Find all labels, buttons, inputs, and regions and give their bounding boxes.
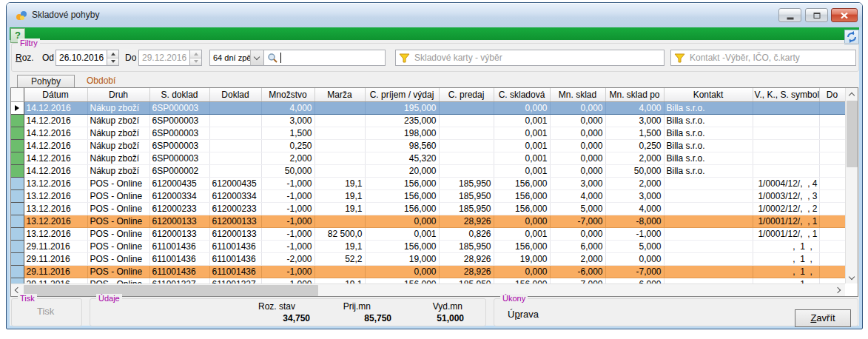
grid-cell[interactable]: Nákup zboží — [87, 152, 149, 164]
table-row[interactable]: 14.12.2016Nákup zboží6SP0000030,25098,56… — [11, 139, 845, 152]
grid-cell[interactable]: 0,001 — [494, 139, 550, 152]
column-header[interactable]: Do — [819, 88, 845, 101]
grid-cell[interactable]: 5,000 — [605, 240, 664, 252]
grid-cell[interactable]: 0,001 — [494, 227, 550, 240]
grid-cell[interactable]: 19,1 — [314, 189, 365, 202]
grid-cell[interactable] — [439, 139, 494, 152]
grid-cell[interactable] — [753, 127, 819, 139]
grid-cell[interactable] — [664, 240, 753, 252]
grid-cell[interactable]: 19,1 — [314, 278, 365, 283]
grid-cell[interactable]: -8,000 — [605, 215, 664, 227]
grid-cell[interactable]: 0,826 — [439, 227, 494, 240]
grid-cell[interactable]: 612000334 — [149, 189, 209, 202]
grid-cell[interactable] — [314, 215, 365, 227]
date-from-input[interactable]: 26.10.2016 — [55, 50, 107, 66]
grid-cell[interactable]: 19,1 — [314, 240, 365, 252]
grid-cell[interactable]: 45,320 — [365, 152, 439, 164]
grid-cell[interactable] — [314, 101, 365, 114]
row-selector[interactable] — [11, 152, 24, 164]
grid-cell[interactable]: -7,000 — [605, 265, 664, 278]
grid-cell[interactable] — [753, 101, 819, 114]
grid-cell[interactable]: 611001436 — [149, 265, 209, 278]
grid-cell[interactable]: 612000435 — [149, 177, 209, 189]
grid-cell[interactable]: 14.12.2016 — [24, 164, 87, 177]
grid-cell[interactable]: POS - Online — [87, 227, 149, 240]
search-input[interactable] — [263, 50, 386, 66]
grid-cell[interactable]: 3,000 — [261, 114, 314, 127]
grid-cell[interactable]: 28,926 — [439, 265, 494, 278]
grid-cell[interactable]: 0,000 — [494, 215, 550, 227]
tab-obdobi[interactable]: Období — [87, 75, 115, 86]
grid-cell[interactable]: -1,000 — [261, 215, 314, 227]
table-row[interactable]: 13.12.2016POS - Online612000233612000233… — [11, 202, 845, 215]
date-to-input[interactable]: 29.12.2016 — [138, 50, 190, 66]
grid-cell[interactable]: -1,000 — [261, 189, 314, 202]
grid-cell[interactable]: 19,1 — [314, 202, 365, 215]
column-header[interactable]: Dátum — [24, 88, 87, 101]
grid-cell[interactable]: 0,000 — [605, 252, 664, 265]
grid-cell[interactable] — [664, 177, 753, 189]
grid-cell[interactable]: 156,000 — [365, 177, 439, 189]
grid-cell[interactable]: 185,950 — [439, 177, 494, 189]
grid-cell[interactable]: 19,000 — [365, 252, 439, 265]
grid-cell[interactable] — [753, 114, 819, 127]
grid-cell[interactable]: 1/0002/12/, , 2 — [753, 202, 819, 215]
grid-cell[interactable] — [209, 152, 261, 164]
grid-cell[interactable]: 29.11.2016 — [24, 265, 87, 278]
grid-cell[interactable] — [314, 164, 365, 177]
minimize-button[interactable] — [778, 8, 801, 22]
grid-cell[interactable] — [819, 252, 845, 265]
table-row[interactable]: 14.12.2016Nákup zboží6SP0000032,00045,32… — [11, 152, 845, 164]
grid-cell[interactable]: , 1 , — [753, 278, 819, 283]
table-row[interactable]: 14.12.2016Nákup zboží6SP00000250,00020,0… — [11, 164, 845, 177]
grid-cell[interactable]: 156,000 — [494, 189, 550, 202]
grid-cell[interactable]: POS - Online — [87, 215, 149, 227]
table-row[interactable]: 14.12.2016Nákup zboží6SP0000034,000195,0… — [11, 101, 845, 114]
grid-cell[interactable] — [314, 127, 365, 139]
grid-cell[interactable]: Nákup zboží — [87, 114, 149, 127]
zavrit-button[interactable]: Zavřít — [795, 309, 851, 327]
grid-cell[interactable]: 6SP000003 — [149, 114, 209, 127]
column-header[interactable]: Druh — [87, 88, 149, 101]
grid-cell[interactable]: 82 500,0 — [314, 227, 365, 240]
grid-cell[interactable] — [439, 164, 494, 177]
grid-cell[interactable] — [819, 101, 845, 114]
grid-cell[interactable]: 1/0004/12/, , 4 — [753, 177, 819, 189]
grid-cell[interactable]: 0,001 — [365, 227, 439, 240]
table-row[interactable]: 13.12.2016POS - Online612000133612000133… — [11, 215, 845, 227]
grid-cell[interactable]: POS - Online — [87, 240, 149, 252]
grid-cell[interactable]: 3,000 — [605, 189, 664, 202]
grid-cell[interactable]: 0,000 — [550, 139, 605, 152]
grid-cell[interactable]: 4,000 — [605, 101, 664, 114]
grid-cell[interactable]: 0,001 — [494, 152, 550, 164]
grid-cell[interactable]: POS - Online — [87, 202, 149, 215]
grid-cell[interactable]: 6SP000002 — [149, 164, 209, 177]
grid-cell[interactable]: 50,000 — [261, 164, 314, 177]
grid-cell[interactable]: 4,000 — [605, 202, 664, 215]
grid-cell[interactable]: 6SP000003 — [149, 127, 209, 139]
grid-cell[interactable]: 612000133 — [149, 227, 209, 240]
grid-cell[interactable] — [209, 114, 261, 127]
grid-cell[interactable]: -1,000 — [261, 240, 314, 252]
roz-link[interactable]: Roz. — [16, 53, 34, 63]
grid-cell[interactable]: 0,250 — [605, 139, 664, 152]
grid-cell[interactable]: 0,000 — [550, 127, 605, 139]
grid-cell[interactable]: 611001436 — [209, 252, 261, 265]
refresh-button[interactable] — [844, 30, 859, 44]
column-header[interactable]: S. doklad — [149, 88, 209, 101]
grid-cell[interactable]: 13.12.2016 — [24, 202, 87, 215]
grid-cell[interactable] — [664, 189, 753, 202]
grid-cell[interactable]: 611001436 — [209, 265, 261, 278]
maximize-button[interactable] — [805, 8, 828, 22]
grid-cell[interactable]: 5,000 — [550, 202, 605, 215]
grid-cell[interactable]: Nákup zboží — [87, 127, 149, 139]
grid-cell[interactable] — [819, 127, 845, 139]
grid-cell[interactable]: Nákup zboží — [87, 164, 149, 177]
grid-cell[interactable]: 185,950 — [439, 189, 494, 202]
grid-cell[interactable]: 6SP000003 — [149, 101, 209, 114]
column-header[interactable]: Marža — [314, 88, 365, 101]
grid-cell[interactable]: POS - Online — [87, 177, 149, 189]
grid-cell[interactable]: 0,001 — [494, 114, 550, 127]
grid-cell[interactable]: 0,001 — [494, 127, 550, 139]
grid-cell[interactable]: 20,000 — [365, 164, 439, 177]
